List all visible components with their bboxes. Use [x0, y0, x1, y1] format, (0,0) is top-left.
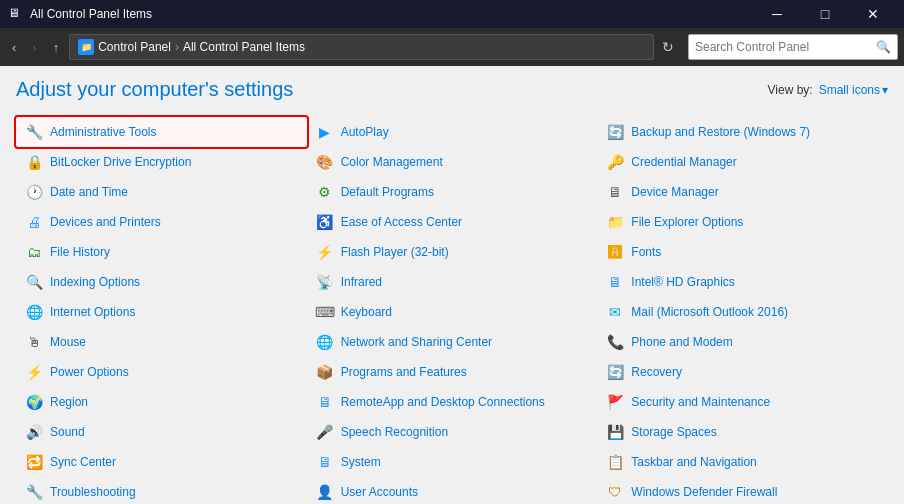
panel-item-bitlocker[interactable]: 🔒 BitLocker Drive Encryption	[16, 147, 307, 177]
address-path1: Control Panel	[98, 40, 171, 54]
troubleshooting-label: Troubleshooting	[50, 485, 136, 499]
panel-item-intel-hd-graphics[interactable]: 🖥 Intel® HD Graphics	[597, 267, 888, 297]
panel-item-internet-options[interactable]: 🌐 Internet Options	[16, 297, 307, 327]
panel-item-file-explorer-options[interactable]: 📁 File Explorer Options	[597, 207, 888, 237]
panel-item-file-history[interactable]: 🗂 File History	[16, 237, 307, 267]
storage-spaces-icon: 💾	[605, 422, 625, 442]
panel-item-color-management[interactable]: 🎨 Color Management	[307, 147, 598, 177]
taskbar-navigation-label: Taskbar and Navigation	[631, 455, 756, 469]
panel-item-indexing-options[interactable]: 🔍 Indexing Options	[16, 267, 307, 297]
taskbar-navigation-icon: 📋	[605, 452, 625, 472]
storage-spaces-label: Storage Spaces	[631, 425, 716, 439]
up-button[interactable]: ↑	[47, 36, 66, 59]
panel-item-power-options[interactable]: ⚡ Power Options	[16, 357, 307, 387]
search-box[interactable]: 🔍	[688, 34, 898, 60]
windows-defender-firewall-icon: 🛡	[605, 482, 625, 502]
panel-item-backup-restore[interactable]: 🔄 Backup and Restore (Windows 7)	[597, 117, 888, 147]
panel-item-administrative-tools[interactable]: 🔧 Administrative Tools	[16, 117, 307, 147]
recovery-icon: 🔄	[605, 362, 625, 382]
panel-item-fonts[interactable]: 🅰 Fonts	[597, 237, 888, 267]
panel-item-default-programs[interactable]: ⚙ Default Programs	[307, 177, 598, 207]
user-accounts-label: User Accounts	[341, 485, 418, 499]
credential-manager-label: Credential Manager	[631, 155, 736, 169]
mail-icon: ✉	[605, 302, 625, 322]
panel-item-taskbar-navigation[interactable]: 📋 Taskbar and Navigation	[597, 447, 888, 477]
items-grid: 🔧 Administrative Tools ▶ AutoPlay 🔄 Back…	[16, 117, 888, 504]
user-accounts-icon: 👤	[315, 482, 335, 502]
intel-hd-graphics-label: Intel® HD Graphics	[631, 275, 735, 289]
back-button[interactable]: ‹	[6, 36, 22, 59]
close-button[interactable]: ✕	[850, 0, 896, 28]
address-bar[interactable]: 📁 Control Panel › All Control Panel Item…	[69, 34, 654, 60]
panel-item-mail[interactable]: ✉ Mail (Microsoft Outlook 2016)	[597, 297, 888, 327]
sound-icon: 🔊	[24, 422, 44, 442]
panel-item-speech-recognition[interactable]: 🎤 Speech Recognition	[307, 417, 598, 447]
administrative-tools-icon: 🔧	[24, 122, 44, 142]
title-bar-controls: ─ □ ✕	[754, 0, 896, 28]
flash-player-icon: ⚡	[315, 242, 335, 262]
panel-item-region[interactable]: 🌍 Region	[16, 387, 307, 417]
minimize-button[interactable]: ─	[754, 0, 800, 28]
address-icon: 📁	[78, 39, 94, 55]
panel-item-mouse[interactable]: 🖱 Mouse	[16, 327, 307, 357]
file-explorer-options-label: File Explorer Options	[631, 215, 743, 229]
view-by-arrow: ▾	[882, 83, 888, 97]
panel-item-sound[interactable]: 🔊 Sound	[16, 417, 307, 447]
panel-item-recovery[interactable]: 🔄 Recovery	[597, 357, 888, 387]
mail-label: Mail (Microsoft Outlook 2016)	[631, 305, 788, 319]
panel-item-devices-printers[interactable]: 🖨 Devices and Printers	[16, 207, 307, 237]
maximize-button[interactable]: □	[802, 0, 848, 28]
app-icon: 🖥	[8, 6, 24, 22]
panel-item-date-time[interactable]: 🕐 Date and Time	[16, 177, 307, 207]
panel-item-programs-features[interactable]: 📦 Programs and Features	[307, 357, 598, 387]
panel-item-keyboard[interactable]: ⌨ Keyboard	[307, 297, 598, 327]
file-history-label: File History	[50, 245, 110, 259]
panel-item-windows-defender-firewall[interactable]: 🛡 Windows Defender Firewall	[597, 477, 888, 504]
panel-item-user-accounts[interactable]: 👤 User Accounts	[307, 477, 598, 504]
region-icon: 🌍	[24, 392, 44, 412]
indexing-options-label: Indexing Options	[50, 275, 140, 289]
panel-item-flash-player[interactable]: ⚡ Flash Player (32-bit)	[307, 237, 598, 267]
panel-item-security-maintenance[interactable]: 🚩 Security and Maintenance	[597, 387, 888, 417]
panel-item-credential-manager[interactable]: 🔑 Credential Manager	[597, 147, 888, 177]
recovery-label: Recovery	[631, 365, 682, 379]
view-by-control: View by: Small icons ▾	[768, 83, 889, 97]
forward-button[interactable]: ›	[26, 36, 42, 59]
indexing-options-icon: 🔍	[24, 272, 44, 292]
internet-options-icon: 🌐	[24, 302, 44, 322]
search-input[interactable]	[695, 40, 876, 54]
devices-printers-label: Devices and Printers	[50, 215, 161, 229]
view-by-button[interactable]: Small icons ▾	[819, 83, 888, 97]
internet-options-label: Internet Options	[50, 305, 135, 319]
mouse-label: Mouse	[50, 335, 86, 349]
panel-item-storage-spaces[interactable]: 💾 Storage Spaces	[597, 417, 888, 447]
panel-item-device-manager[interactable]: 🖥 Device Manager	[597, 177, 888, 207]
keyboard-icon: ⌨	[315, 302, 335, 322]
backup-restore-label: Backup and Restore (Windows 7)	[631, 125, 810, 139]
panel-item-network-sharing[interactable]: 🌐 Network and Sharing Center	[307, 327, 598, 357]
panel-item-sync-center[interactable]: 🔁 Sync Center	[16, 447, 307, 477]
date-time-label: Date and Time	[50, 185, 128, 199]
panel-item-system[interactable]: 🖥 System	[307, 447, 598, 477]
administrative-tools-label: Administrative Tools	[50, 125, 157, 139]
region-label: Region	[50, 395, 88, 409]
title-bar-text: All Control Panel Items	[30, 7, 754, 21]
address-path2: All Control Panel Items	[183, 40, 305, 54]
title-bar: 🖥 All Control Panel Items ─ □ ✕	[0, 0, 904, 28]
default-programs-label: Default Programs	[341, 185, 434, 199]
panel-item-autoplay[interactable]: ▶ AutoPlay	[307, 117, 598, 147]
panel-item-ease-of-access[interactable]: ♿ Ease of Access Center	[307, 207, 598, 237]
panel-item-remote-app[interactable]: 🖥 RemoteApp and Desktop Connections	[307, 387, 598, 417]
programs-features-label: Programs and Features	[341, 365, 467, 379]
infrared-label: Infrared	[341, 275, 382, 289]
panel-item-troubleshooting[interactable]: 🔧 Troubleshooting	[16, 477, 307, 504]
color-management-label: Color Management	[341, 155, 443, 169]
refresh-button[interactable]: ↻	[658, 35, 678, 59]
system-label: System	[341, 455, 381, 469]
power-options-label: Power Options	[50, 365, 129, 379]
panel-item-phone-modem[interactable]: 📞 Phone and Modem	[597, 327, 888, 357]
network-sharing-icon: 🌐	[315, 332, 335, 352]
sound-label: Sound	[50, 425, 85, 439]
address-sep1: ›	[175, 40, 179, 54]
panel-item-infrared[interactable]: 📡 Infrared	[307, 267, 598, 297]
